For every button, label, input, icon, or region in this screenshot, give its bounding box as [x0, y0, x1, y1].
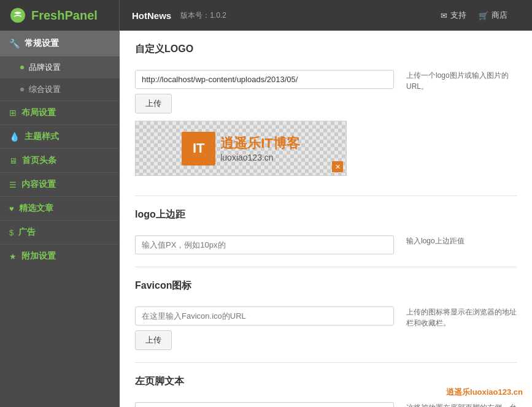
- header-nav: HotNews 版本号：1.0.2 ✉ 支持 🛒 商店: [120, 10, 532, 21]
- logo-url-row: 上传 IT 逍遥乐IT博客 luoxiao123.cn ✕: [135, 70, 517, 183]
- logo-url-input[interactable]: [135, 70, 394, 89]
- plugin-name: HotNews: [132, 10, 171, 21]
- favicon-url-input[interactable]: [135, 306, 394, 325]
- header-logo: FreshPanel: [0, 0, 120, 31]
- main-layout: 🔧 常规设置 品牌设置 综合设置 ⊞ 布局设置 💧 主题样式 🖥 首页头条 ☰: [0, 31, 532, 407]
- cart-icon: 🛒: [479, 11, 488, 20]
- favicon-row: 上传 上传的图标将显示在浏览器的地址栏和收藏栏。: [135, 306, 517, 350]
- footer-text-input[interactable]: [135, 402, 394, 407]
- addon-settings-label: 附加设置: [21, 251, 56, 262]
- footer-input-area: [135, 402, 394, 407]
- sidebar-section-content[interactable]: ☰ 内容设置: [0, 172, 120, 196]
- logo-preview-main-text: 逍遥乐IT博客: [220, 134, 300, 153]
- sidebar-section-layout[interactable]: ⊞ 布局设置: [0, 101, 120, 124]
- featured-articles-label: 精选文章: [19, 203, 53, 214]
- logo-delete-button[interactable]: ✕: [332, 161, 343, 172]
- shop-action[interactable]: 🛒 商店: [479, 10, 507, 21]
- logo-margin-input[interactable]: [135, 235, 394, 254]
- logo-preview-inner: IT 逍遥乐IT博客 luoxiao123.cn: [182, 132, 300, 165]
- favicon-input-area: 上传: [135, 306, 394, 350]
- shop-label: 商店: [492, 10, 507, 21]
- support-label: 支持: [450, 10, 466, 21]
- sidebar-section-homepage[interactable]: 🖥 首页头条: [0, 148, 120, 172]
- dot-icon: [20, 88, 24, 91]
- logo-section-title: 自定义LOGO: [135, 43, 517, 61]
- star-icon: ★: [9, 252, 17, 261]
- sidebar-section-theme[interactable]: 💧 主题样式: [0, 124, 120, 148]
- sidebar-section-addon[interactable]: ★ 附加设置: [0, 244, 120, 268]
- footer-desc: 这将被放置在底部页脚的左侧，允许HTML标签。: [406, 402, 517, 407]
- header-actions: ✉ 支持 🛒 商店: [441, 10, 520, 21]
- sidebar-section-featured[interactable]: ♥ 精选文章: [0, 196, 120, 220]
- divider-3: [135, 362, 517, 363]
- logo-preview: IT 逍遥乐IT博客 luoxiao123.cn ✕: [135, 121, 347, 176]
- logo-margin-input-area: [135, 235, 394, 254]
- sidebar-item-brand-settings[interactable]: 品牌设置: [0, 56, 120, 78]
- favicon-desc: 上传的图标将显示在浏览器的地址栏和收藏栏。: [406, 306, 517, 329]
- ads-label: 广告: [18, 227, 36, 238]
- header: FreshPanel HotNews 版本号：1.0.2 ✉ 支持 🛒 商店: [0, 0, 532, 31]
- version-label: 版本号：1.0.2: [180, 10, 226, 21]
- logo-desc: 上传一个logo图片或输入图片的URL。: [406, 70, 517, 92]
- heart-icon: ♥: [9, 204, 14, 213]
- support-action[interactable]: ✉ 支持: [441, 10, 466, 21]
- normal-settings-label: 常规设置: [25, 38, 59, 49]
- favicon-section-title: Favicon图标: [135, 280, 517, 297]
- logo-upload-button[interactable]: 上传: [135, 94, 172, 113]
- homepage-header-label: 首页头条: [22, 155, 56, 166]
- logo-margin-row: 输入logo上边距值: [135, 235, 517, 254]
- sidebar-section-ads[interactable]: $ 广告: [0, 220, 120, 244]
- logo-text: FreshPanel: [31, 9, 98, 23]
- logo-preview-sub-text: luoxiao123.cn: [220, 153, 300, 162]
- logo-preview-text: 逍遥乐IT博客 luoxiao123.cn: [220, 134, 300, 162]
- brand-settings-label: 品牌设置: [29, 62, 61, 73]
- grid-icon: ⊞: [9, 108, 17, 118]
- logo-margin-desc: 输入logo上边距值: [406, 235, 517, 246]
- sidebar-item-general-settings[interactable]: 综合设置: [0, 78, 120, 101]
- dot-icon: [20, 66, 24, 69]
- footer-row: 这将被放置在底部页脚的左侧，允许HTML标签。: [135, 402, 517, 407]
- drop-icon: 💧: [9, 132, 20, 142]
- divider-2: [135, 267, 517, 267]
- sidebar-section-normal-settings[interactable]: 🔧 常规设置: [0, 31, 120, 56]
- dollar-icon: $: [9, 228, 13, 237]
- logo-preview-icon-box: IT: [182, 132, 215, 165]
- logo-margin-title: logo上边距: [135, 208, 517, 226]
- content-area: 自定义LOGO 上传 IT 逍遥乐IT博客 luoxiao123.cn: [120, 31, 532, 407]
- list-icon: ☰: [9, 180, 17, 189]
- footer-section-title: 左页脚文本: [135, 375, 517, 393]
- favicon-upload-button[interactable]: 上传: [135, 330, 172, 350]
- monitor-icon: 🖥: [9, 156, 17, 165]
- sidebar: 🔧 常规设置 品牌设置 综合设置 ⊞ 布局设置 💧 主题样式 🖥 首页头条 ☰: [0, 31, 120, 407]
- divider-1: [135, 196, 517, 196]
- logo-url-input-area: 上传 IT 逍遥乐IT博客 luoxiao123.cn ✕: [135, 70, 394, 183]
- general-settings-label: 综合设置: [29, 84, 61, 95]
- content-settings-label: 内容设置: [21, 179, 56, 190]
- layout-settings-label: 布局设置: [21, 107, 56, 118]
- wrench-icon: 🔧: [9, 39, 20, 48]
- freshpanel-logo-icon: [9, 7, 26, 24]
- theme-style-label: 主题样式: [25, 131, 59, 142]
- email-icon: ✉: [441, 11, 447, 20]
